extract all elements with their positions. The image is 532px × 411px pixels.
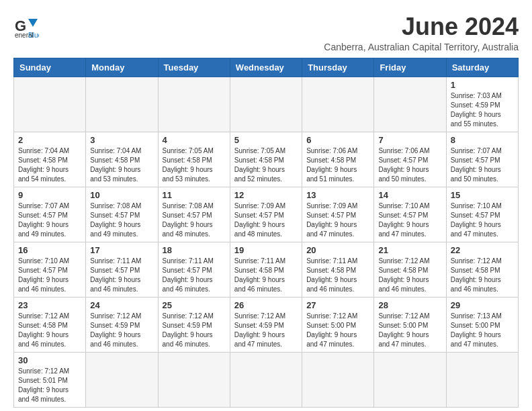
title-area: June 2024 Canberra, Australian Capital T… bbox=[324, 13, 519, 52]
day-info: Sunrise: 7:08 AM Sunset: 4:57 PM Dayligh… bbox=[163, 201, 226, 239]
empty-cell bbox=[86, 352, 158, 407]
day-info: Sunrise: 7:07 AM Sunset: 4:57 PM Dayligh… bbox=[451, 146, 514, 184]
day-cell-14: 14Sunrise: 7:10 AM Sunset: 4:57 PM Dayli… bbox=[374, 187, 446, 242]
day-info: Sunrise: 7:04 AM Sunset: 4:58 PM Dayligh… bbox=[18, 146, 81, 184]
day-info: Sunrise: 7:09 AM Sunset: 4:57 PM Dayligh… bbox=[306, 201, 369, 239]
day-number: 8 bbox=[451, 135, 514, 145]
day-number: 13 bbox=[306, 190, 369, 200]
day-cell-3: 3Sunrise: 7:04 AM Sunset: 4:58 PM Daylig… bbox=[86, 132, 158, 187]
svg-marker-1 bbox=[28, 19, 38, 27]
empty-cell bbox=[374, 352, 446, 407]
day-number: 22 bbox=[451, 245, 514, 255]
empty-cell bbox=[230, 352, 302, 407]
day-number: 21 bbox=[378, 245, 441, 255]
day-number: 11 bbox=[163, 190, 226, 200]
day-cell-20: 20Sunrise: 7:11 AM Sunset: 4:58 PM Dayli… bbox=[302, 242, 374, 297]
day-cell-2: 2Sunrise: 7:04 AM Sunset: 4:58 PM Daylig… bbox=[14, 132, 86, 187]
day-cell-30: 30Sunrise: 7:12 AM Sunset: 5:01 PM Dayli… bbox=[14, 352, 86, 407]
day-info: Sunrise: 7:04 AM Sunset: 4:58 PM Dayligh… bbox=[90, 146, 153, 184]
day-number: 29 bbox=[451, 300, 514, 310]
day-info: Sunrise: 7:12 AM Sunset: 4:59 PM Dayligh… bbox=[90, 312, 153, 349]
calendar-row-3: 9Sunrise: 7:07 AM Sunset: 4:57 PM Daylig… bbox=[14, 187, 519, 242]
day-info: Sunrise: 7:05 AM Sunset: 4:58 PM Dayligh… bbox=[163, 146, 226, 184]
day-number: 3 bbox=[90, 135, 153, 145]
day-info: Sunrise: 7:11 AM Sunset: 4:57 PM Dayligh… bbox=[163, 257, 226, 294]
empty-cell bbox=[158, 352, 230, 407]
day-info: Sunrise: 7:12 AM Sunset: 4:58 PM Dayligh… bbox=[451, 257, 514, 294]
day-number: 30 bbox=[18, 355, 81, 365]
day-number: 26 bbox=[234, 300, 298, 310]
day-cell-13: 13Sunrise: 7:09 AM Sunset: 4:57 PM Dayli… bbox=[302, 187, 374, 242]
day-cell-8: 8Sunrise: 7:07 AM Sunset: 4:57 PM Daylig… bbox=[446, 132, 518, 187]
calendar: SundayMondayTuesdayWednesdayThursdayFrid… bbox=[13, 58, 519, 408]
day-info: Sunrise: 7:11 AM Sunset: 4:57 PM Dayligh… bbox=[90, 257, 153, 294]
day-info: Sunrise: 7:07 AM Sunset: 4:57 PM Dayligh… bbox=[18, 201, 81, 239]
empty-cell bbox=[230, 77, 302, 132]
day-number: 5 bbox=[234, 135, 298, 145]
day-cell-6: 6Sunrise: 7:06 AM Sunset: 4:58 PM Daylig… bbox=[302, 132, 374, 187]
day-info: Sunrise: 7:11 AM Sunset: 4:58 PM Dayligh… bbox=[234, 257, 298, 294]
day-number: 25 bbox=[163, 300, 226, 310]
day-number: 19 bbox=[234, 245, 298, 255]
weekday-header-wednesday: Wednesday bbox=[230, 58, 302, 77]
sub-title: Canberra, Australian Capital Territory, … bbox=[324, 42, 519, 52]
calendar-row-6: 30Sunrise: 7:12 AM Sunset: 5:01 PM Dayli… bbox=[14, 352, 519, 407]
day-cell-4: 4Sunrise: 7:05 AM Sunset: 4:58 PM Daylig… bbox=[158, 132, 230, 187]
day-number: 17 bbox=[90, 245, 153, 255]
day-info: Sunrise: 7:12 AM Sunset: 4:59 PM Dayligh… bbox=[234, 312, 298, 349]
weekday-header-sunday: Sunday bbox=[14, 58, 86, 77]
day-info: Sunrise: 7:12 AM Sunset: 4:58 PM Dayligh… bbox=[18, 312, 81, 349]
day-cell-10: 10Sunrise: 7:08 AM Sunset: 4:57 PM Dayli… bbox=[86, 187, 158, 242]
calendar-row-2: 2Sunrise: 7:04 AM Sunset: 4:58 PM Daylig… bbox=[14, 132, 519, 187]
weekday-header-thursday: Thursday bbox=[302, 58, 374, 77]
empty-cell bbox=[14, 77, 86, 132]
day-number: 24 bbox=[90, 300, 153, 310]
day-cell-29: 29Sunrise: 7:13 AM Sunset: 5:00 PM Dayli… bbox=[446, 297, 518, 352]
weekday-header-friday: Friday bbox=[374, 58, 446, 77]
day-info: Sunrise: 7:08 AM Sunset: 4:57 PM Dayligh… bbox=[90, 201, 153, 239]
day-cell-7: 7Sunrise: 7:06 AM Sunset: 4:57 PM Daylig… bbox=[374, 132, 446, 187]
day-cell-21: 21Sunrise: 7:12 AM Sunset: 4:58 PM Dayli… bbox=[374, 242, 446, 297]
day-number: 9 bbox=[18, 190, 81, 200]
day-cell-23: 23Sunrise: 7:12 AM Sunset: 4:58 PM Dayli… bbox=[14, 297, 86, 352]
empty-cell bbox=[374, 77, 446, 132]
day-info: Sunrise: 7:12 AM Sunset: 4:58 PM Dayligh… bbox=[378, 257, 441, 294]
day-number: 1 bbox=[451, 80, 514, 90]
day-cell-11: 11Sunrise: 7:08 AM Sunset: 4:57 PM Dayli… bbox=[158, 187, 230, 242]
day-cell-25: 25Sunrise: 7:12 AM Sunset: 4:59 PM Dayli… bbox=[158, 297, 230, 352]
day-number: 15 bbox=[451, 190, 514, 200]
day-number: 18 bbox=[163, 245, 226, 255]
day-info: Sunrise: 7:12 AM Sunset: 5:00 PM Dayligh… bbox=[378, 312, 441, 349]
day-cell-22: 22Sunrise: 7:12 AM Sunset: 4:58 PM Dayli… bbox=[446, 242, 518, 297]
day-number: 7 bbox=[378, 135, 441, 145]
day-cell-24: 24Sunrise: 7:12 AM Sunset: 4:59 PM Dayli… bbox=[86, 297, 158, 352]
day-info: Sunrise: 7:10 AM Sunset: 4:57 PM Dayligh… bbox=[451, 201, 514, 239]
svg-text:Blue: Blue bbox=[28, 32, 39, 39]
day-number: 14 bbox=[378, 190, 441, 200]
day-number: 23 bbox=[18, 300, 81, 310]
day-cell-12: 12Sunrise: 7:09 AM Sunset: 4:57 PM Dayli… bbox=[230, 187, 302, 242]
day-number: 20 bbox=[306, 245, 369, 255]
day-number: 2 bbox=[18, 135, 81, 145]
day-info: Sunrise: 7:09 AM Sunset: 4:57 PM Dayligh… bbox=[234, 201, 298, 239]
day-cell-16: 16Sunrise: 7:10 AM Sunset: 4:57 PM Dayli… bbox=[14, 242, 86, 297]
day-number: 10 bbox=[90, 190, 153, 200]
day-number: 28 bbox=[378, 300, 441, 310]
logo-icon: G eneral Blue bbox=[13, 13, 39, 39]
day-number: 12 bbox=[234, 190, 298, 200]
empty-cell bbox=[446, 352, 518, 407]
day-info: Sunrise: 7:03 AM Sunset: 4:59 PM Dayligh… bbox=[451, 91, 514, 129]
day-cell-19: 19Sunrise: 7:11 AM Sunset: 4:58 PM Dayli… bbox=[230, 242, 302, 297]
day-cell-5: 5Sunrise: 7:05 AM Sunset: 4:58 PM Daylig… bbox=[230, 132, 302, 187]
day-number: 27 bbox=[306, 300, 369, 310]
weekday-header-saturday: Saturday bbox=[446, 58, 518, 77]
day-cell-17: 17Sunrise: 7:11 AM Sunset: 4:57 PM Dayli… bbox=[86, 242, 158, 297]
empty-cell bbox=[158, 77, 230, 132]
day-info: Sunrise: 7:13 AM Sunset: 5:00 PM Dayligh… bbox=[451, 312, 514, 349]
day-cell-9: 9Sunrise: 7:07 AM Sunset: 4:57 PM Daylig… bbox=[14, 187, 86, 242]
main-title: June 2024 bbox=[324, 13, 519, 40]
day-cell-28: 28Sunrise: 7:12 AM Sunset: 5:00 PM Dayli… bbox=[374, 297, 446, 352]
day-cell-15: 15Sunrise: 7:10 AM Sunset: 4:57 PM Dayli… bbox=[446, 187, 518, 242]
day-info: Sunrise: 7:12 AM Sunset: 5:00 PM Dayligh… bbox=[306, 312, 369, 349]
day-info: Sunrise: 7:12 AM Sunset: 5:01 PM Dayligh… bbox=[18, 367, 81, 404]
